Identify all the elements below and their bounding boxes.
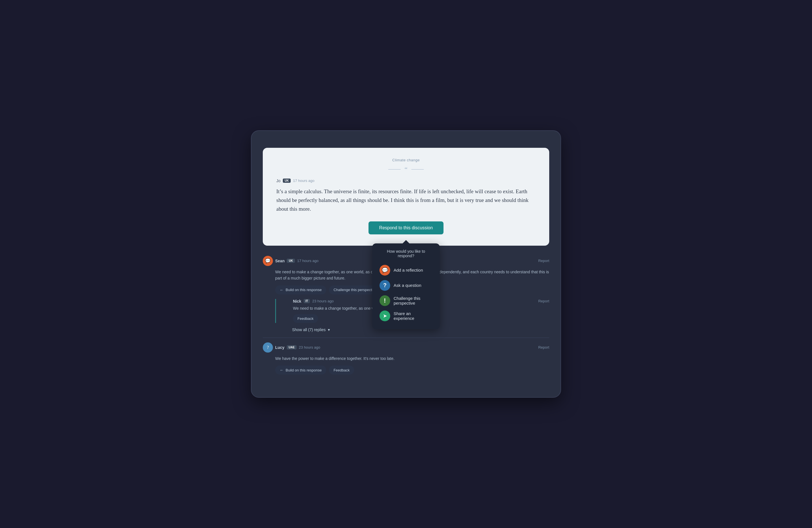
sean-avatar: 💬: [263, 256, 273, 266]
build-icon: ←: [280, 288, 284, 292]
nick-feedback-button[interactable]: Feedback: [293, 314, 318, 323]
lucy-header: Lucy UAE 23 hours ago: [275, 345, 536, 350]
question-label: Ask a question: [394, 283, 421, 288]
lucy-feedback-button[interactable]: Feedback: [329, 366, 354, 374]
sean-timestamp: 17 hours ago: [297, 259, 319, 263]
quote-divider: “: [276, 166, 536, 173]
post-timestamp: 17 hours ago: [293, 179, 314, 183]
experience-icon: ➤: [379, 311, 390, 321]
reflection-label: Add a reflection: [394, 268, 423, 272]
challenge-label: Challenge this perspective: [394, 296, 433, 305]
top-card: Climate change “ Jo UK 17 hours ago It’s…: [263, 148, 549, 246]
share-experience-item[interactable]: ➤ Share an experience: [378, 308, 434, 324]
reflection-icon: 💬: [379, 265, 390, 275]
post-meta: Jo UK 17 hours ago: [276, 179, 536, 183]
lucy-actions: ← Build on this response Feedback: [263, 366, 549, 374]
lucy-build-button[interactable]: ← Build on this response: [275, 366, 326, 374]
lucy-report[interactable]: Report: [538, 345, 549, 349]
experience-label: Share an experience: [394, 311, 433, 321]
respond-button[interactable]: Respond to this discussion: [368, 222, 444, 234]
author-country: UK: [283, 179, 291, 183]
lucy-feedback-label: Feedback: [334, 368, 350, 372]
sean-country: UK: [287, 259, 295, 263]
challenge-icon: !: [379, 295, 390, 306]
quote-line-right: [411, 169, 424, 170]
sean-build-label: Build on this response: [286, 288, 322, 292]
lucy-meta: ? Lucy UAE 23 hours ago Report: [263, 342, 549, 353]
nick-report[interactable]: Report: [538, 299, 549, 303]
sean-report[interactable]: Report: [538, 259, 549, 263]
sean-build-button[interactable]: ← Build on this response: [275, 285, 326, 295]
show-all-replies-button[interactable]: Show all (7) replies ▾: [292, 327, 330, 332]
nick-timestamp: 23 hours ago: [312, 299, 334, 303]
respond-dropdown: How would you like to respond? 💬 Add a r…: [372, 243, 440, 329]
quote-marks: “: [405, 166, 408, 173]
build-icon-lucy: ←: [280, 368, 284, 372]
add-reflection-item[interactable]: 💬 Add a reflection: [378, 262, 434, 278]
lucy-build-label: Build on this response: [286, 368, 322, 372]
nick-feedback-label: Feedback: [298, 316, 314, 321]
lucy-country: UAE: [287, 345, 296, 349]
lucy-name: Lucy: [275, 345, 285, 350]
nick-country: IT: [304, 299, 310, 303]
topic-label: Climate change: [276, 158, 536, 162]
divider: [263, 338, 549, 338]
quote-line-left: [388, 169, 401, 170]
post-text: It’s a simple calculus. The universe is …: [276, 187, 536, 214]
challenge-perspective-item[interactable]: ! Challenge this perspective: [378, 293, 434, 308]
comment-lucy: ? Lucy UAE 23 hours ago Report We have t…: [263, 342, 549, 374]
lucy-timestamp: 23 hours ago: [299, 345, 320, 349]
nick-name: Nick: [293, 299, 301, 303]
ask-question-item[interactable]: ? Ask a question: [378, 278, 434, 293]
sean-challenge-label: Challenge this perspective: [334, 288, 376, 292]
show-all-label: Show all (7) replies: [292, 327, 325, 332]
chevron-down-icon: ▾: [328, 327, 330, 332]
device-frame: Climate change “ Jo UK 17 hours ago It’s…: [251, 130, 561, 398]
sean-name: Sean: [275, 259, 285, 263]
lucy-avatar: ?: [263, 342, 273, 353]
question-icon: ?: [379, 280, 390, 291]
lucy-body: We have the power to make a difference t…: [263, 355, 549, 361]
dropdown-title: How would you like to respond?: [378, 249, 434, 258]
author-name: Jo: [276, 179, 280, 183]
